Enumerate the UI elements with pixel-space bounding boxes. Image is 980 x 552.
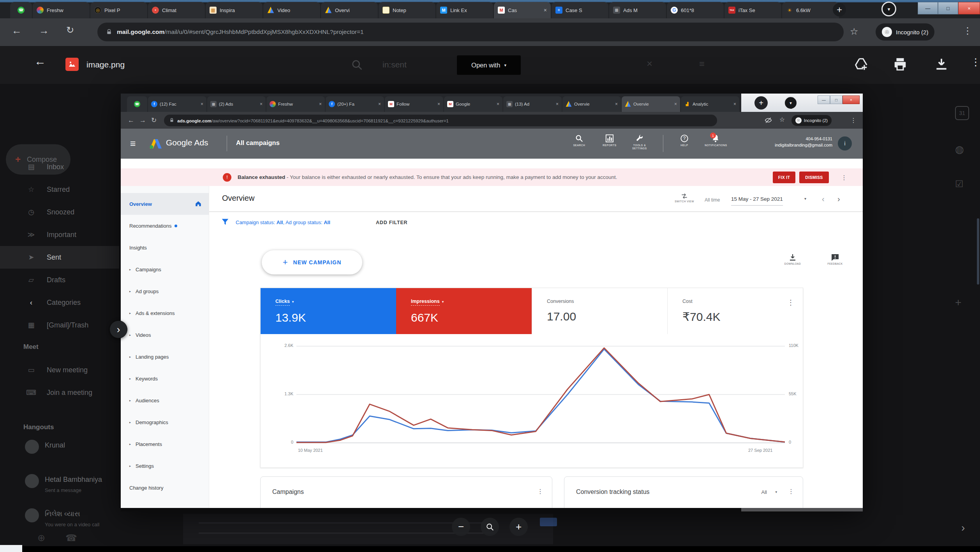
stat-card[interactable]: Impressions▾ 667K — [396, 288, 532, 334]
stat-card[interactable]: Cost ₹70.4K — [667, 288, 803, 334]
range-next-icon[interactable]: › — [837, 195, 840, 203]
maximize-button[interactable]: □ — [830, 96, 843, 104]
tab-close-icon[interactable]: × — [615, 101, 618, 107]
tab-close-icon[interactable]: × — [319, 101, 322, 107]
incognito-badge[interactable]: ☉ Incognito (2) — [876, 23, 934, 41]
ads-sidebar-item[interactable]: ▸ Ads & extensions — [121, 302, 209, 324]
ads-sidebar-item[interactable]: Insights — [121, 237, 209, 258]
reload-icon[interactable]: ↻ — [66, 25, 74, 35]
zoom-out-button[interactable]: − — [452, 518, 470, 536]
address-bar[interactable]: mail.google.com/mail/u/0/#sent/QgrcJHshb… — [97, 23, 844, 41]
feedback-button[interactable]: FEEDBACK — [821, 253, 849, 265]
ads-sidebar-item[interactable]: ▸ Placements — [121, 433, 209, 455]
browser-tab[interactable]: Overvi — [321, 2, 378, 18]
tab-close-icon[interactable]: × — [378, 101, 381, 107]
back-icon[interactable]: ← — [128, 117, 134, 124]
tab-close-icon[interactable]: × — [437, 101, 440, 107]
ads-sidebar-item[interactable]: ▸ Demographics — [121, 411, 209, 433]
more-options-icon[interactable]: ⋮ — [971, 56, 980, 68]
media-controls-button[interactable]: ▾ — [784, 96, 797, 110]
caret-down-icon[interactable]: ▾ — [442, 300, 444, 304]
chevron-down-icon[interactable]: ▾ — [775, 490, 777, 494]
zoom-in-button[interactable]: + — [509, 518, 528, 536]
stat-card[interactable]: Clicks▾ 13.9K — [261, 288, 396, 334]
notifications-nav-button[interactable]: 1 NOTIFICATIONS — [700, 134, 731, 147]
maximize-button[interactable]: □ — [938, 2, 958, 14]
add-to-drive-icon[interactable] — [854, 57, 869, 72]
bookmark-star-icon[interactable]: ☆ — [850, 26, 858, 37]
new-tab-button[interactable]: + — [833, 3, 846, 16]
tab-close-icon[interactable]: × — [201, 101, 203, 107]
stat-card[interactable]: Conversions 17.00 — [532, 288, 667, 334]
date-range-picker[interactable]: 15 May - 27 Sep 2021 — [731, 196, 783, 206]
new-campaign-button[interactable]: + NEW CAMPAIGN — [262, 250, 362, 274]
inner-browser-tab[interactable]: ▦ (2) Ads × — [207, 96, 266, 112]
caret-down-icon[interactable]: ▾ — [292, 300, 294, 304]
print-icon[interactable] — [893, 57, 908, 72]
search-nav-button[interactable]: SEARCH — [566, 134, 593, 147]
ads-sidebar-item[interactable]: Recommendations — [121, 215, 209, 237]
inner-browser-tab[interactable]: ☎ — [127, 96, 147, 112]
reports-nav-button[interactable]: REPORTS — [596, 134, 623, 147]
browser-tab[interactable]: Notep — [379, 2, 435, 18]
switch-view-button[interactable]: SWITCH VIEW — [671, 192, 698, 203]
ads-sidebar-item[interactable]: ▸ Ad groups — [121, 280, 209, 302]
browser-tab[interactable]: Freshw — [33, 2, 90, 18]
card-menu-icon[interactable]: ⋮ — [537, 488, 543, 495]
back-arrow-icon[interactable]: ← — [34, 55, 46, 68]
inner-browser-tab[interactable]: Overvie × — [622, 96, 680, 112]
bookmark-star-icon[interactable]: ☆ — [779, 116, 785, 123]
inner-browser-tab[interactable]: Overvie × — [562, 96, 621, 112]
card-menu-icon[interactable]: ⋮ — [787, 298, 794, 307]
browser-tab[interactable]: ◎ Pixel P — [90, 2, 147, 18]
tab-close-icon[interactable]: × — [674, 101, 677, 107]
browser-tab[interactable]: G 601*8 — [667, 2, 724, 18]
range-previous-icon[interactable]: ‹ — [822, 195, 825, 203]
inner-browser-tab[interactable]: ▦ (13) Ad × — [503, 96, 562, 112]
open-with-button[interactable]: Open with ▾ — [457, 55, 521, 75]
browser-tab[interactable]: ▦ Inspira — [206, 2, 263, 18]
add-filter-button[interactable]: ADD FILTER — [376, 220, 407, 225]
ads-sidebar-item[interactable]: Change history — [121, 477, 209, 499]
download-icon[interactable] — [934, 57, 949, 72]
close-button[interactable]: × — [843, 96, 860, 104]
media-controls-button[interactable]: ▾ — [881, 2, 896, 16]
forward-icon[interactable]: → — [139, 117, 146, 124]
forward-icon[interactable]: → — [39, 25, 49, 37]
browser-tab[interactable]: M Cas × — [494, 2, 551, 18]
card-menu-icon[interactable]: ⋮ — [788, 488, 794, 495]
minimize-button[interactable]: — — [818, 96, 830, 104]
tab-close-icon[interactable]: × — [497, 101, 499, 107]
incognito-badge[interactable]: ☉ Incognito (2) — [791, 115, 832, 126]
inner-browser-tab[interactable]: M Google × — [444, 96, 502, 112]
close-button[interactable]: × — [958, 2, 980, 14]
account-avatar[interactable]: i — [838, 136, 852, 150]
fix-it-button[interactable]: FIX IT — [773, 172, 795, 183]
browser-tab[interactable]: Video — [263, 2, 320, 18]
inner-browser-tab[interactable]: f (20+) Fa × — [326, 96, 384, 112]
menu-icon[interactable]: ≡ — [130, 138, 136, 149]
browser-tab[interactable]: TAX iTax Se — [724, 2, 781, 18]
new-tab-button[interactable]: + — [754, 96, 768, 110]
browser-tab[interactable]: ≡ Case S — [552, 2, 608, 18]
browser-tab[interactable]: ☎ — [10, 2, 32, 18]
ads-sidebar-item[interactable]: ▸ Campaigns — [121, 258, 209, 280]
address-bar[interactable]: ads.google.com/aw/overview?ocid=70681192… — [164, 115, 717, 126]
back-icon[interactable]: ← — [12, 25, 22, 37]
next-attachment-button[interactable]: › — [109, 320, 127, 338]
ads-sidebar-item[interactable]: Overview — [121, 193, 209, 215]
browser-tab[interactable]: ▦ Ads M — [609, 2, 666, 18]
browser-menu-icon[interactable]: ⋮ — [850, 117, 857, 124]
inner-browser-tab[interactable]: ▟ Analytic × — [681, 96, 739, 112]
ads-sidebar-item[interactable]: ▸ Keywords — [121, 368, 209, 389]
ads-sidebar-item[interactable]: ▸ Videos — [121, 324, 209, 346]
tab-close-icon[interactable]: × — [260, 101, 263, 107]
minimize-button[interactable]: — — [918, 2, 938, 14]
dismiss-button[interactable]: DISMISS — [799, 172, 829, 183]
tools-settings-nav-button[interactable]: TOOLS & SETTINGS — [627, 134, 652, 150]
inner-browser-tab[interactable]: M Follow × — [385, 96, 443, 112]
alert-menu-icon[interactable]: ⋮ — [841, 174, 847, 181]
zoom-reset-button[interactable] — [481, 518, 499, 536]
tab-close-icon[interactable]: × — [733, 101, 736, 107]
browser-menu-icon[interactable]: ⋮ — [963, 25, 972, 36]
